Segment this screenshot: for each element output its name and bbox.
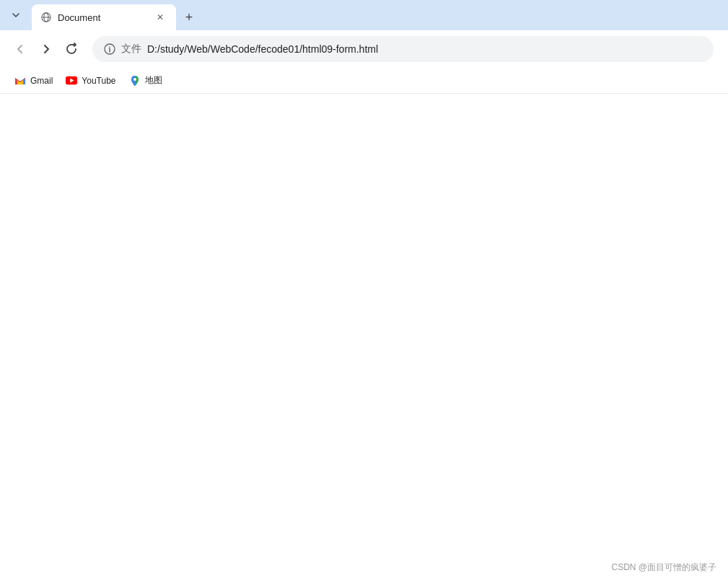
svg-point-9	[133, 78, 136, 81]
watermark: CSDN @面目可憎的疯婆子	[611, 561, 716, 574]
tab-favicon	[40, 12, 52, 23]
gmail-label: Gmail	[30, 76, 53, 86]
youtube-label: YouTube	[82, 76, 115, 86]
new-tab-button[interactable]: +	[179, 7, 199, 27]
back-button[interactable]	[9, 38, 32, 61]
page-content: CSDN @面目可憎的疯婆子	[0, 94, 728, 585]
refresh-button[interactable]	[61, 38, 84, 61]
address-bar[interactable]: 文件 D:/study/Web/WebCode/fecode01/html09-…	[92, 36, 714, 62]
tab-list-chevron[interactable]	[6, 5, 26, 25]
address-file-label: 文件	[121, 43, 141, 56]
address-url: D:/study/Web/WebCode/fecode01/html09-for…	[147, 43, 702, 55]
tabs-container: Document ✕ +	[32, 0, 728, 30]
bookmark-youtube[interactable]: YouTube	[60, 72, 121, 89]
tab-close-button[interactable]: ✕	[153, 10, 167, 25]
bookmark-gmail[interactable]: Gmail	[9, 72, 58, 89]
forward-button[interactable]	[35, 38, 58, 61]
youtube-icon	[66, 75, 77, 87]
active-tab[interactable]: Document ✕	[32, 4, 176, 30]
svg-point-5	[109, 46, 110, 48]
bookmarks-bar: Gmail YouTube 地图	[0, 68, 728, 94]
maps-icon	[129, 75, 141, 87]
nav-bar: 文件 D:/study/Web/WebCode/fecode01/html09-…	[0, 30, 728, 68]
tab-bar: Document ✕ +	[0, 0, 728, 30]
maps-label: 地图	[145, 74, 162, 87]
tab-bar-left	[0, 0, 32, 30]
tab-title: Document	[58, 12, 147, 23]
gmail-icon	[14, 75, 26, 87]
bookmark-maps[interactable]: 地图	[123, 71, 168, 89]
address-info-icon	[104, 43, 115, 55]
